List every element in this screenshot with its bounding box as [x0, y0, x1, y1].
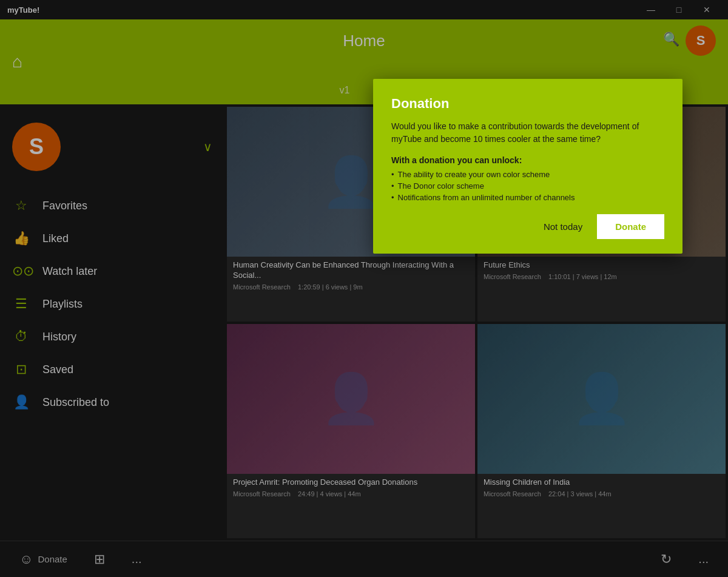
dialog-buttons: Not today Donate	[391, 214, 664, 239]
dialog-unlock-title: With a donation you can unlock:	[391, 155, 664, 165]
dialog-bullet-2: • The Donor color scheme	[391, 181, 664, 191]
dialog-donate-button[interactable]: Donate	[597, 214, 664, 239]
dialog-title: Donation	[391, 96, 664, 112]
dialog-bullet-3: • Notifications from an unlimited number…	[391, 193, 664, 202]
dialog-body: Would you like to make a contribution to…	[391, 120, 664, 146]
not-today-button[interactable]: Not today	[529, 214, 597, 239]
dialog-bullet-1: • The ability to create your own color s…	[391, 170, 664, 179]
donation-dialog: Donation Would you like to make a contri…	[373, 79, 682, 254]
